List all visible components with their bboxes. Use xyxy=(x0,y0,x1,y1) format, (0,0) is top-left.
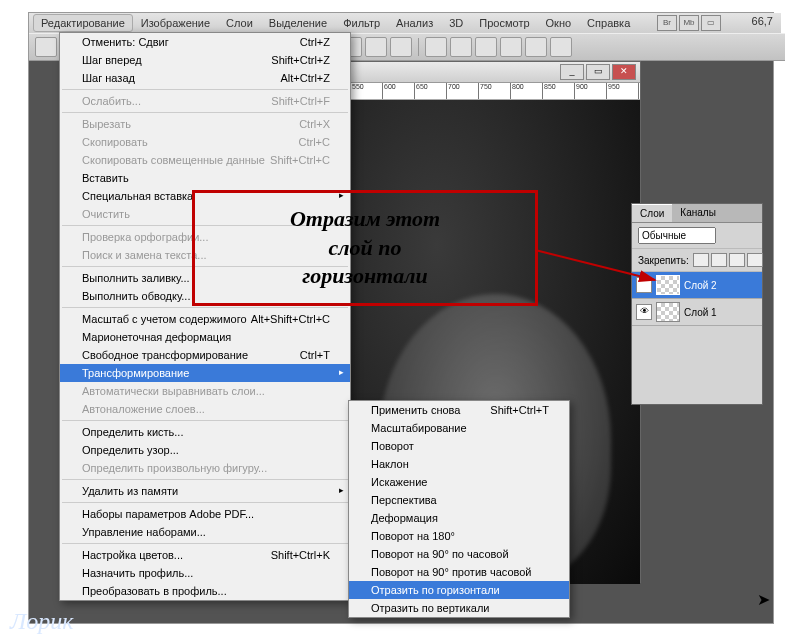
document-titlebar: _ ▭ ✕ xyxy=(350,62,640,83)
app-window: Редактирование Изображение Слои Выделени… xyxy=(28,12,774,624)
submenu-item[interactable]: Деформация xyxy=(349,509,569,527)
distribute-icon[interactable] xyxy=(475,37,497,57)
menu-layers[interactable]: Слои xyxy=(218,14,261,32)
layer-item[interactable]: 👁 Слой 2 xyxy=(632,272,762,299)
layer-thumbnail[interactable] xyxy=(656,302,680,322)
layers-panel: Слои Каналы Закрепить: 👁 Слой 2 👁 xyxy=(631,203,763,405)
edit-menu-dropdown: Отменить: СдвигCtrl+ZШаг впередShift+Ctr… xyxy=(59,32,351,601)
menu-item[interactable]: Определить узор... xyxy=(60,441,350,459)
menu-3d[interactable]: 3D xyxy=(441,14,471,32)
menu-item[interactable]: Настройка цветов...Shift+Ctrl+K xyxy=(60,546,350,564)
menu-item: Скопировать совмещенные данныеShift+Ctrl… xyxy=(60,151,350,169)
submenu-item[interactable]: Наклон xyxy=(349,455,569,473)
distribute-icon[interactable] xyxy=(525,37,547,57)
menu-bar: Редактирование Изображение Слои Выделени… xyxy=(29,13,781,33)
screen-mode-icon[interactable]: ▭ xyxy=(701,15,721,31)
menu-item[interactable]: Свободное трансформированиеCtrl+T xyxy=(60,346,350,364)
submenu-item[interactable]: Отразить по вертикали xyxy=(349,599,569,617)
menu-item[interactable]: Определить кисть... xyxy=(60,423,350,441)
lock-label: Закрепить: xyxy=(638,255,689,266)
menu-filter[interactable]: Фильтр xyxy=(335,14,388,32)
menu-item[interactable]: Марионеточная деформация xyxy=(60,328,350,346)
menu-item[interactable]: Шаг назадAlt+Ctrl+Z xyxy=(60,69,350,87)
menu-item[interactable]: Управление наборами... xyxy=(60,523,350,541)
menu-select[interactable]: Выделение xyxy=(261,14,335,32)
submenu-item[interactable]: Применить сноваShift+Ctrl+T xyxy=(349,401,569,419)
menu-window[interactable]: Окно xyxy=(538,14,580,32)
submenu-item[interactable]: Искажение xyxy=(349,473,569,491)
blend-mode-row xyxy=(632,223,762,249)
top-app-icons: Br Mb ▭ xyxy=(657,15,721,31)
annotation-callout: Отразим этот слой по горизонтали xyxy=(192,190,538,306)
menu-item[interactable]: Шаг впередShift+Ctrl+Z xyxy=(60,51,350,69)
visibility-icon[interactable]: 👁 xyxy=(636,277,652,293)
menu-item[interactable]: Удалить из памяти xyxy=(60,482,350,500)
distribute-icon[interactable] xyxy=(425,37,447,57)
tool-preset-icon[interactable] xyxy=(35,37,57,57)
blend-mode-select[interactable] xyxy=(638,227,716,244)
menu-item[interactable]: Вставить xyxy=(60,169,350,187)
submenu-item[interactable]: Поворот на 90° против часовой xyxy=(349,563,569,581)
panel-tabs: Слои Каналы xyxy=(632,204,762,223)
distribute-icon[interactable] xyxy=(450,37,472,57)
lock-position-icon[interactable] xyxy=(729,253,745,267)
menu-item: Автоналожение слоев... xyxy=(60,400,350,418)
lock-transparency-icon[interactable] xyxy=(693,253,709,267)
align-icon[interactable] xyxy=(390,37,412,57)
horizontal-ruler: 55060065070075080085090095010 xyxy=(350,83,640,100)
tab-layers[interactable]: Слои xyxy=(632,204,672,222)
bridge-icon[interactable]: Br xyxy=(657,15,677,31)
submenu-item[interactable]: Масштабирование xyxy=(349,419,569,437)
menu-item: Автоматически выравнивать слои... xyxy=(60,382,350,400)
submenu-item[interactable]: Поворот xyxy=(349,437,569,455)
layer-list: 👁 Слой 2 👁 Слой 1 xyxy=(632,272,762,326)
menu-item: СкопироватьCtrl+C xyxy=(60,133,350,151)
minimize-icon[interactable]: _ xyxy=(560,64,584,80)
distribute-icon[interactable] xyxy=(500,37,522,57)
menu-item: Ослабить...Shift+Ctrl+F xyxy=(60,92,350,110)
tab-channels[interactable]: Каналы xyxy=(672,204,724,222)
mouse-cursor-icon: ➤ xyxy=(757,590,770,609)
close-icon[interactable]: ✕ xyxy=(612,64,636,80)
zoom-level[interactable]: 66,7 xyxy=(752,15,773,27)
mb-icon[interactable]: Mb xyxy=(679,15,699,31)
lock-pixels-icon[interactable] xyxy=(711,253,727,267)
menu-view[interactable]: Просмотр xyxy=(471,14,537,32)
lock-row: Закрепить: xyxy=(632,249,762,272)
layer-item[interactable]: 👁 Слой 1 xyxy=(632,299,762,326)
menu-image[interactable]: Изображение xyxy=(133,14,218,32)
layer-name: Слой 2 xyxy=(684,280,717,291)
menu-item[interactable]: Трансформирование xyxy=(60,364,350,382)
menu-analysis[interactable]: Анализ xyxy=(388,14,441,32)
menu-item: Определить произвольную фигуру... xyxy=(60,459,350,477)
transform-submenu: Применить сноваShift+Ctrl+TМасштабирован… xyxy=(348,400,570,618)
watermark: Лорик xyxy=(0,604,83,639)
visibility-icon[interactable]: 👁 xyxy=(636,304,652,320)
submenu-item[interactable]: Поворот на 180° xyxy=(349,527,569,545)
submenu-item[interactable]: Поворот на 90° по часовой xyxy=(349,545,569,563)
menu-item: ВырезатьCtrl+X xyxy=(60,115,350,133)
lock-all-icon[interactable] xyxy=(747,253,763,267)
menu-item[interactable]: Масштаб с учетом содержимогоAlt+Shift+Ct… xyxy=(60,310,350,328)
menu-edit[interactable]: Редактирование xyxy=(33,14,133,32)
menu-item[interactable]: Преобразовать в профиль... xyxy=(60,582,350,600)
annotation-text: Отразим этот слой по горизонтали xyxy=(290,205,440,291)
layer-name: Слой 1 xyxy=(684,307,717,318)
layer-thumbnail[interactable] xyxy=(656,275,680,295)
menu-help[interactable]: Справка xyxy=(579,14,638,32)
menu-item[interactable]: Отменить: СдвигCtrl+Z xyxy=(60,33,350,51)
distribute-icon[interactable] xyxy=(550,37,572,57)
menu-item[interactable]: Назначить профиль... xyxy=(60,564,350,582)
maximize-icon[interactable]: ▭ xyxy=(586,64,610,80)
align-icon[interactable] xyxy=(365,37,387,57)
submenu-item[interactable]: Перспектива xyxy=(349,491,569,509)
submenu-item[interactable]: Отразить по горизонтали xyxy=(349,581,569,599)
menu-item[interactable]: Наборы параметров Adobe PDF... xyxy=(60,505,350,523)
